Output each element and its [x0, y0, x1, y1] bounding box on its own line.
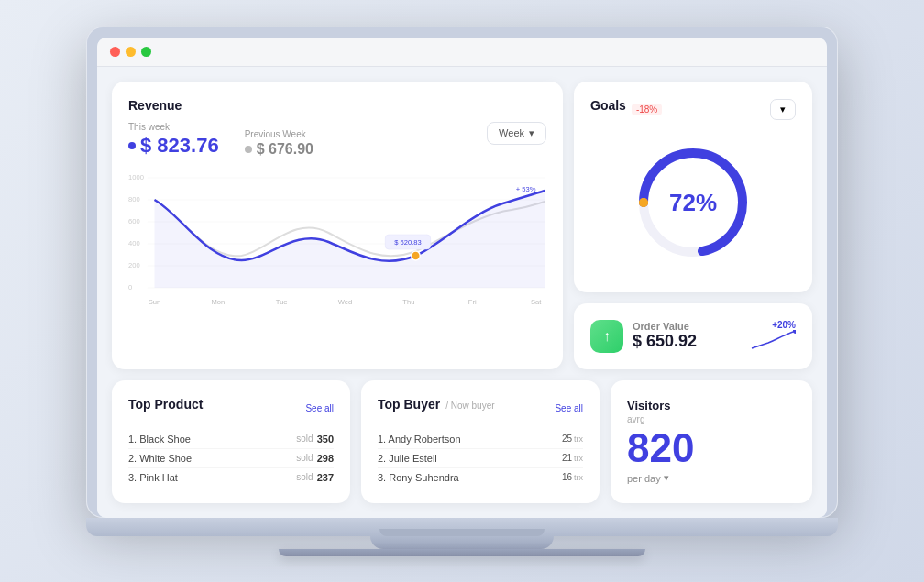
svg-text:+ 53%: + 53% — [516, 184, 536, 192]
goals-dropdown[interactable]: ▾ — [770, 99, 796, 120]
svg-text:200: 200 — [128, 260, 140, 269]
laptop-base — [86, 518, 838, 536]
trend-chart — [750, 330, 796, 352]
top-buyer-see-all[interactable]: See all — [555, 403, 583, 413]
product-item: 2. White Shoe sold 298 — [128, 449, 334, 468]
top-product-header: Top Product See all — [128, 397, 334, 421]
product-item: 3. Pink Hat sold 237 — [128, 468, 334, 487]
order-value-row: ↑ Order Value $ 650.92 +20% — [590, 320, 796, 353]
dashboard: Revenue This week $ 823.76 Previous Week — [97, 67, 827, 518]
svg-text:Tue: Tue — [276, 297, 288, 305]
buyer-name: 3. Rony Suhendra — [378, 472, 562, 483]
chevron-down-icon: ▾ — [780, 104, 786, 115]
this-week-value: $ 823.76 — [128, 134, 219, 158]
svg-text:400: 400 — [128, 238, 140, 247]
prev-week-label: Previous Week — [245, 129, 314, 139]
donut-chart: 72% — [629, 138, 757, 267]
arrow-up-icon: ↑ — [603, 328, 610, 345]
revenue-chart: 1000 800 600 400 200 0 — [128, 169, 546, 315]
goals-percentage: 72% — [669, 188, 717, 216]
laptop-stand — [370, 536, 554, 549]
svg-text:600: 600 — [128, 216, 140, 225]
window-dot-yellow[interactable] — [126, 47, 136, 57]
svg-text:$ 620.83: $ 620.83 — [394, 237, 422, 246]
goals-card: Goals -18% ▾ — [574, 82, 812, 292]
buyer-item: 1. Andy Robertson 25 trx — [378, 430, 583, 449]
buyer-item: 2. Julie Estell 21 trx — [378, 449, 583, 468]
this-week-stat: This week $ 823.76 — [128, 122, 219, 158]
svg-text:Sun: Sun — [148, 297, 161, 305]
visitors-title: Visitors — [627, 399, 670, 412]
laptop-foot — [279, 549, 645, 556]
top-buyer-subtitle: / Now buyer — [446, 401, 494, 411]
goals-header: Goals -18% ▾ — [590, 98, 796, 122]
top-buyer-header: Top Buyer / Now buyer See all — [378, 397, 583, 421]
top-buyer-title-row: Top Buyer / Now buyer — [378, 397, 495, 421]
svg-point-27 — [793, 330, 796, 334]
visitors-avg: avrg — [627, 414, 644, 424]
order-label: Order Value — [632, 321, 750, 332]
product-name: 3. Pink Hat — [128, 472, 296, 483]
chart-svg: 1000 800 600 400 200 0 — [128, 169, 546, 315]
prev-week-value: $ 676.90 — [245, 141, 314, 158]
buyer-amount: 16 — [562, 472, 572, 482]
product-qty: 298 — [317, 453, 334, 464]
screen-inner: Revenue This week $ 823.76 Previous Week — [97, 38, 827, 518]
order-value-card: ↑ Order Value $ 650.92 +20% — [574, 303, 812, 369]
blue-dot — [128, 142, 136, 149]
top-buyer-title: Top Buyer — [378, 397, 440, 412]
product-sold-label: sold — [296, 453, 313, 463]
buyer-unit: trx — [574, 434, 583, 444]
buyer-item: 3. Rony Suhendra 16 trx — [378, 468, 583, 487]
product-sold-label: sold — [296, 434, 313, 444]
laptop-screen: Revenue This week $ 823.76 Previous Week — [86, 27, 838, 518]
revenue-stats: This week $ 823.76 Previous Week $ 676.9… — [128, 122, 546, 158]
this-week-label: This week — [128, 122, 219, 132]
gray-dot — [245, 146, 252, 153]
visitors-card: Visitors avrg 820 per day ▾ — [610, 380, 812, 503]
week-button[interactable]: Week ▾ — [487, 122, 546, 145]
product-qty: 350 — [317, 434, 334, 445]
buyer-unit: trx — [574, 454, 583, 463]
order-trend: +20% — [750, 320, 796, 352]
svg-text:Wed: Wed — [338, 297, 352, 305]
prev-week-stat: Previous Week $ 676.90 — [245, 129, 314, 158]
goals-title: Goals — [590, 98, 626, 113]
visitors-number: 820 — [627, 428, 694, 468]
window-dot-green[interactable] — [141, 47, 151, 57]
svg-text:Fri: Fri — [468, 297, 477, 305]
order-icon: ↑ — [590, 320, 623, 353]
top-buyer-card: Top Buyer / Now buyer See all 1. Andy Ro… — [361, 380, 600, 503]
product-name: 1. Black Shoe — [128, 434, 296, 445]
buyer-list: 1. Andy Robertson 25 trx 2. Julie Estell… — [378, 430, 583, 487]
svg-text:Sat: Sat — [531, 297, 542, 305]
chevron-down-icon[interactable]: ▾ — [664, 472, 669, 484]
order-value-amount: $ 650.92 — [632, 332, 750, 351]
order-info: Order Value $ 650.92 — [632, 321, 750, 351]
top-product-title: Top Product — [128, 397, 203, 412]
product-item: 1. Black Shoe sold 350 — [128, 430, 334, 449]
product-name: 2. White Shoe — [128, 453, 296, 464]
svg-text:1000: 1000 — [128, 172, 145, 181]
svg-text:0: 0 — [128, 282, 133, 291]
chevron-down-icon: ▾ — [529, 127, 534, 139]
donut-container: 72% — [590, 138, 796, 267]
product-list: 1. Black Shoe sold 350 2. White Shoe sol… — [128, 430, 334, 487]
svg-text:Mon: Mon — [211, 297, 225, 305]
goals-badge: -18% — [632, 104, 662, 115]
title-bar — [97, 38, 827, 67]
revenue-card: Revenue This week $ 823.76 Previous Week — [112, 82, 563, 369]
window-dot-red[interactable] — [110, 47, 120, 57]
svg-text:800: 800 — [128, 194, 140, 203]
visitors-per-day: per day ▾ — [627, 472, 669, 484]
revenue-title: Revenue — [128, 98, 546, 113]
right-column: Goals -18% ▾ — [574, 82, 812, 369]
trend-percentage: +20% — [772, 320, 796, 330]
buyer-name: 1. Andy Robertson — [378, 434, 562, 445]
svg-point-12 — [412, 251, 421, 260]
product-qty: 237 — [317, 472, 334, 483]
buyer-name: 2. Julie Estell — [378, 453, 562, 464]
top-product-see-all[interactable]: See all — [305, 403, 334, 413]
svg-text:Thu: Thu — [402, 297, 414, 305]
buyer-amount: 21 — [562, 453, 572, 463]
